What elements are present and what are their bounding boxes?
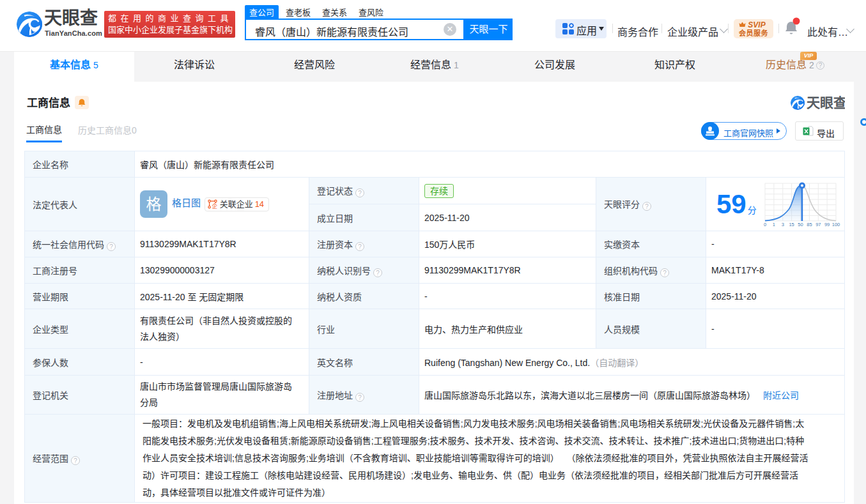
svg-text:50: 50	[798, 222, 803, 227]
svg-text:1: 1	[773, 222, 775, 227]
svg-text:85: 85	[807, 222, 812, 227]
svg-text:15: 15	[789, 222, 794, 227]
svg-text:100: 100	[832, 222, 840, 227]
svg-text:3: 3	[782, 222, 784, 227]
svg-text:天眼查: 天眼查	[807, 95, 845, 110]
svg-text:97: 97	[816, 222, 821, 227]
svg-text:0: 0	[764, 222, 766, 227]
svg-text:企: 企	[212, 202, 217, 209]
svg-text:99: 99	[824, 222, 830, 227]
